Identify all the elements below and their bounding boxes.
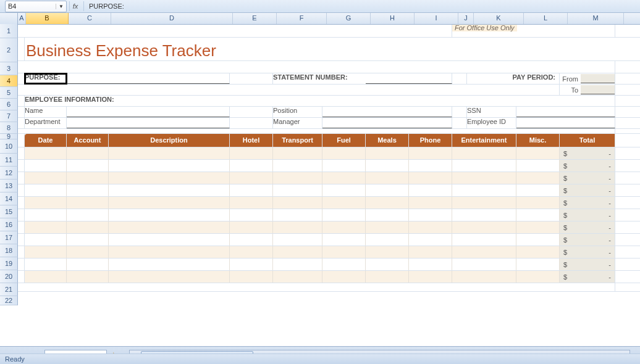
row-header-15[interactable]: 15 bbox=[0, 205, 18, 218]
expense-cell[interactable] bbox=[322, 221, 366, 233]
column-header-I[interactable]: I bbox=[415, 13, 458, 24]
column-header-K[interactable]: K bbox=[474, 13, 524, 24]
position-input[interactable] bbox=[322, 107, 452, 117]
column-header-E[interactable]: E bbox=[233, 13, 277, 24]
expense-cell[interactable] bbox=[516, 246, 560, 258]
expense-cell[interactable] bbox=[366, 209, 409, 221]
expense-cell[interactable] bbox=[230, 246, 273, 258]
expense-cell[interactable] bbox=[452, 197, 516, 209]
row-header-6[interactable]: 6 bbox=[0, 99, 18, 110]
formula-input[interactable] bbox=[86, 1, 635, 12]
expense-cell[interactable] bbox=[230, 184, 273, 196]
expense-cell[interactable] bbox=[25, 172, 67, 184]
expense-cell[interactable] bbox=[230, 172, 273, 184]
expense-cell[interactable] bbox=[273, 221, 322, 233]
row-header-16[interactable]: 16 bbox=[0, 218, 18, 231]
expense-cell[interactable] bbox=[273, 234, 322, 246]
ssn-input[interactable] bbox=[516, 107, 615, 117]
row-header-9[interactable]: 9 bbox=[0, 134, 18, 139]
name-box[interactable]: B4 ▼ bbox=[5, 1, 67, 12]
expense-cell[interactable] bbox=[273, 147, 322, 159]
expense-cell[interactable] bbox=[366, 160, 409, 172]
expense-cell[interactable] bbox=[25, 209, 67, 221]
expense-cell[interactable] bbox=[67, 197, 109, 209]
expense-cell[interactable] bbox=[516, 160, 560, 172]
expense-cell[interactable] bbox=[452, 172, 516, 184]
column-header-B[interactable]: B bbox=[26, 13, 69, 24]
expense-cell[interactable] bbox=[230, 209, 273, 221]
expense-cell[interactable] bbox=[452, 147, 516, 159]
column-header-H[interactable]: H bbox=[371, 13, 415, 24]
expense-cell[interactable] bbox=[67, 259, 109, 270]
expense-cell[interactable] bbox=[516, 197, 560, 209]
name-box-dropdown-icon[interactable]: ▼ bbox=[56, 4, 64, 9]
expense-cell[interactable] bbox=[109, 197, 230, 209]
expense-cell[interactable] bbox=[273, 209, 322, 221]
column-header-G[interactable]: G bbox=[327, 13, 371, 24]
expense-cell[interactable] bbox=[25, 234, 67, 246]
expense-cell[interactable] bbox=[452, 259, 516, 270]
expense-cell[interactable] bbox=[109, 234, 230, 246]
row-header-3[interactable]: 3 bbox=[0, 62, 18, 75]
statement-number-input[interactable] bbox=[366, 73, 452, 84]
expense-cell[interactable] bbox=[452, 271, 516, 283]
column-header-D[interactable]: D bbox=[111, 13, 233, 24]
column-header-J[interactable]: J bbox=[458, 13, 474, 24]
select-all-corner[interactable] bbox=[0, 13, 18, 24]
expense-cell[interactable] bbox=[109, 160, 230, 172]
expense-cell[interactable] bbox=[409, 221, 452, 233]
expense-cell[interactable] bbox=[109, 221, 230, 233]
expense-cell[interactable] bbox=[273, 184, 322, 196]
expense-cell[interactable] bbox=[109, 271, 230, 283]
expense-cell[interactable] bbox=[409, 234, 452, 246]
expense-cell[interactable] bbox=[516, 172, 560, 184]
expense-cell[interactable] bbox=[322, 197, 366, 209]
row-header-12[interactable]: 12 bbox=[0, 167, 18, 180]
expense-cell[interactable] bbox=[25, 160, 67, 172]
row-header-11[interactable]: 11 bbox=[0, 154, 18, 167]
expense-cell[interactable] bbox=[409, 259, 452, 270]
expense-cell[interactable] bbox=[366, 246, 409, 258]
expense-cell[interactable] bbox=[452, 234, 516, 246]
row-header-19[interactable]: 19 bbox=[0, 257, 18, 270]
expense-cell[interactable] bbox=[516, 209, 560, 221]
expense-cell[interactable] bbox=[25, 259, 67, 270]
to-input[interactable] bbox=[581, 85, 615, 94]
name-input[interactable] bbox=[67, 107, 230, 117]
expense-cell[interactable] bbox=[452, 209, 516, 221]
row-header-10[interactable]: 10 bbox=[0, 139, 18, 154]
expense-cell[interactable] bbox=[230, 259, 273, 270]
expense-cell[interactable] bbox=[516, 234, 560, 246]
expense-cell[interactable] bbox=[25, 197, 67, 209]
expense-cell[interactable] bbox=[109, 184, 230, 196]
expense-cell[interactable] bbox=[230, 271, 273, 283]
expense-cell[interactable] bbox=[366, 271, 409, 283]
expense-cell[interactable] bbox=[322, 209, 366, 221]
expense-cell[interactable] bbox=[273, 197, 322, 209]
row-header-13[interactable]: 13 bbox=[0, 180, 18, 192]
expense-cell[interactable] bbox=[366, 184, 409, 196]
expense-cell[interactable] bbox=[273, 259, 322, 270]
expense-cell[interactable] bbox=[516, 259, 560, 270]
expense-cell[interactable] bbox=[516, 271, 560, 283]
expense-cell[interactable] bbox=[273, 271, 322, 283]
expense-cell[interactable] bbox=[516, 221, 560, 233]
fx-icon[interactable]: fx bbox=[71, 1, 82, 11]
expense-cell[interactable] bbox=[452, 160, 516, 172]
expense-cell[interactable] bbox=[409, 160, 452, 172]
expense-cell[interactable] bbox=[67, 246, 109, 258]
expense-cell[interactable] bbox=[109, 209, 230, 221]
row-header-14[interactable]: 14 bbox=[0, 192, 18, 205]
expense-cell[interactable] bbox=[322, 184, 366, 196]
expense-cell[interactable] bbox=[25, 221, 67, 233]
expense-cell[interactable] bbox=[322, 172, 366, 184]
expense-cell[interactable] bbox=[230, 147, 273, 159]
expense-cell[interactable] bbox=[409, 172, 452, 184]
expense-cell[interactable] bbox=[67, 184, 109, 196]
expense-cell[interactable] bbox=[230, 234, 273, 246]
expense-cell[interactable] bbox=[366, 221, 409, 233]
purpose-input[interactable] bbox=[67, 73, 230, 84]
expense-cell[interactable] bbox=[366, 172, 409, 184]
expense-cell[interactable] bbox=[67, 172, 109, 184]
row-header-7[interactable]: 7 bbox=[0, 110, 18, 122]
